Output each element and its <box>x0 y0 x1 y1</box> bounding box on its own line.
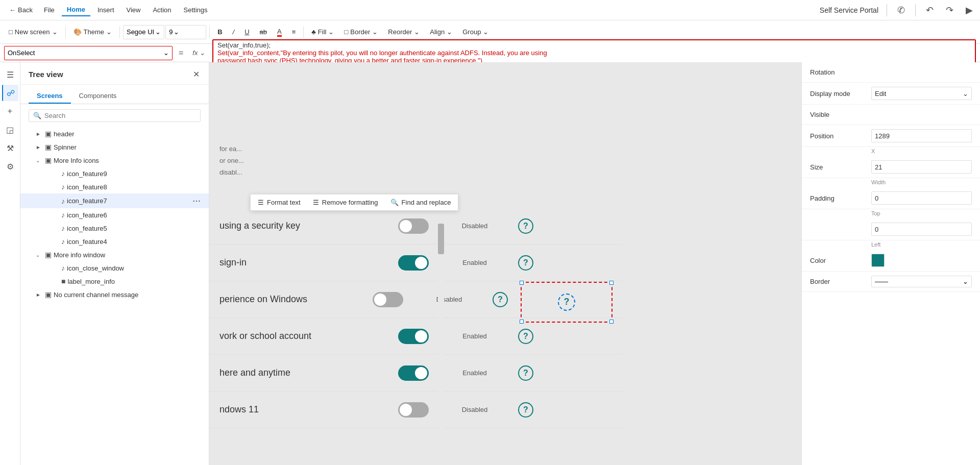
properties-panel: Rotation Display mode Edit ⌄ Visible Pos… <box>801 62 980 465</box>
theme-button[interactable]: 🎨 Theme ⌄ <box>69 26 116 38</box>
tree-item-no-channel[interactable]: ► ▣ No current channel message <box>20 288 209 301</box>
info-cell-4[interactable]: ? <box>505 365 546 381</box>
tree-item-icon-feature7[interactable]: ♪ icon_feature7 ⋯ <box>20 193 209 208</box>
fill-button[interactable]: ♣ Fill ⌄ <box>307 26 338 38</box>
sidebar-icon-tools[interactable]: ⚙ <box>2 158 18 175</box>
tree-close-button[interactable]: ✕ <box>192 68 201 80</box>
more-options-button[interactable]: ⋯ <box>192 196 201 206</box>
toggle-0[interactable] <box>398 218 429 234</box>
display-mode-value[interactable]: Edit ⌄ <box>871 87 972 100</box>
undo-icon[interactable]: ↶ <box>924 3 936 18</box>
sidebar-icon-vars[interactable]: ⚒ <box>2 140 18 156</box>
tree-item-more-info-window[interactable]: ⌄ ▣ More info window <box>20 248 209 261</box>
sidebar-icon-data[interactable]: ◲ <box>2 121 18 138</box>
toggle-knob-2 <box>374 293 386 306</box>
play-icon[interactable]: ▶ <box>964 3 975 18</box>
font-family-dropdown[interactable]: Segoe UI ⌄ <box>123 25 164 39</box>
italic-button[interactable]: / <box>228 26 239 38</box>
bold-button[interactable]: B <box>213 26 227 38</box>
tree-item-icon-feature8[interactable]: ♪ icon_feature8 <box>20 180 209 193</box>
border-select[interactable]: —— ⌄ <box>871 276 972 287</box>
tree-title: Tree view <box>29 70 63 79</box>
menu-action[interactable]: Action <box>148 4 176 16</box>
padding-left-value[interactable]: 0 <box>871 223 972 236</box>
info-icon-2[interactable]: ? <box>493 292 508 307</box>
color-swatch[interactable] <box>871 254 885 267</box>
separator <box>887 4 887 16</box>
tab-components[interactable]: Components <box>71 89 125 104</box>
info-icon-1[interactable]: ? <box>518 255 533 271</box>
toggle-cell-2[interactable] <box>357 292 419 307</box>
toggle-cell-1[interactable] <box>383 255 444 271</box>
format-text-button[interactable]: ☰ Format text <box>255 197 304 208</box>
toggle-4[interactable] <box>398 365 429 381</box>
info-icon-5[interactable]: ? <box>518 402 533 418</box>
toggle-5[interactable] <box>398 402 429 418</box>
info-cell-3[interactable]: ? <box>505 329 546 344</box>
menu-settings[interactable]: Settings <box>179 4 213 16</box>
sidebar-icon-tree[interactable]: ☍ <box>2 85 18 101</box>
find-replace-button[interactable]: 🔍 Find and replace <box>387 197 454 208</box>
toggle-cell-5[interactable] <box>383 402 444 418</box>
search-input[interactable] <box>44 112 196 119</box>
main-layout: ☰ ☍ + ◲ ⚒ ⚙ Tree view ✕ Screens Componen… <box>0 62 980 465</box>
menu-insert[interactable]: Insert <box>92 4 119 16</box>
new-screen-icon: □ <box>9 28 13 36</box>
align-button[interactable]: ≡ <box>287 26 301 38</box>
sidebar-icon-menu[interactable]: ☰ <box>2 66 18 83</box>
padding-top-value[interactable]: 0 <box>871 191 972 205</box>
align-ctrl-button[interactable]: Align ⌄ <box>425 26 457 38</box>
phone-icon[interactable]: ✆ <box>895 3 907 18</box>
info-icon-0[interactable]: ? <box>518 218 533 234</box>
info-cell-0[interactable]: ? <box>505 218 546 234</box>
info-cell-2[interactable]: ? <box>480 292 521 307</box>
font-family-value: Segoe UI <box>127 28 154 36</box>
tree-item-icon-feature9[interactable]: ♪ icon_feature9 <box>20 167 209 180</box>
info-cell-1[interactable]: ? <box>505 255 546 271</box>
tree-item-header[interactable]: ► ▣ header <box>20 127 209 140</box>
new-screen-label: New screen <box>15 28 50 36</box>
tab-screens[interactable]: Screens <box>29 89 71 104</box>
sidebar-icon-add[interactable]: + <box>2 103 18 119</box>
toggle-cell-4[interactable] <box>383 365 444 381</box>
toggle-cell-0[interactable] <box>383 218 444 234</box>
remove-formatting-button[interactable]: ☰ Remove formatting <box>310 197 381 208</box>
property-select[interactable]: OnSelect ⌄ <box>4 46 173 60</box>
group-button[interactable]: Group ⌄ <box>458 26 493 38</box>
toggle-3[interactable] <box>398 329 429 344</box>
tree-item-icon-feature5[interactable]: ♪ icon_feature5 <box>20 222 209 235</box>
tree-search-box[interactable]: 🔍 <box>29 109 201 122</box>
menu-file[interactable]: File <box>39 4 60 16</box>
font-size-dropdown[interactable]: 9 ⌄ <box>165 25 206 39</box>
tree-item-label-more-info[interactable]: ■ label_more_info <box>20 275 209 288</box>
menu-bar: ← Back File Home Insert View Action Sett… <box>0 0 980 20</box>
new-screen-button[interactable]: □ New screen ⌄ <box>4 26 62 38</box>
underline-button[interactable]: U <box>240 26 254 38</box>
toggle-2[interactable] <box>373 292 403 307</box>
tree-item-icon-feature4[interactable]: ♪ icon_feature4 <box>20 235 209 248</box>
tree-item-icon-feature6[interactable]: ♪ icon_feature6 <box>20 208 209 222</box>
fx-button[interactable]: fx ⌄ <box>189 48 208 58</box>
size-label: Size <box>810 163 871 171</box>
toggle-cell-3[interactable] <box>383 329 444 344</box>
tree-item-spinner[interactable]: ► ▣ Spinner <box>20 140 209 154</box>
border-button[interactable]: □ Border ⌄ <box>339 26 382 38</box>
redo-icon[interactable]: ↷ <box>944 3 955 18</box>
fill-label: Fill <box>318 28 327 36</box>
position-x-value[interactable]: 1289 <box>871 129 972 142</box>
tree-item-more-info-icons[interactable]: ⌄ ▣ More Info icons <box>20 154 209 167</box>
font-color-button[interactable]: A <box>273 25 286 39</box>
font-family-chevron: ⌄ <box>155 28 161 36</box>
scrollbar-thumb[interactable] <box>438 224 444 254</box>
info-cell-5[interactable]: ? <box>505 402 546 418</box>
strikethrough-button[interactable]: ab <box>255 26 272 38</box>
info-icon-3[interactable]: ? <box>518 329 533 344</box>
menu-view[interactable]: View <box>121 4 146 16</box>
back-button[interactable]: ← Back <box>5 4 37 16</box>
reorder-button[interactable]: Reorder ⌄ <box>383 26 424 38</box>
size-width-value[interactable]: 21 <box>871 160 972 174</box>
toggle-1[interactable] <box>398 255 429 271</box>
info-icon-4[interactable]: ? <box>518 365 533 381</box>
menu-home[interactable]: Home <box>62 4 90 16</box>
tree-item-icon-close-window[interactable]: ♪ icon_close_window <box>20 261 209 275</box>
